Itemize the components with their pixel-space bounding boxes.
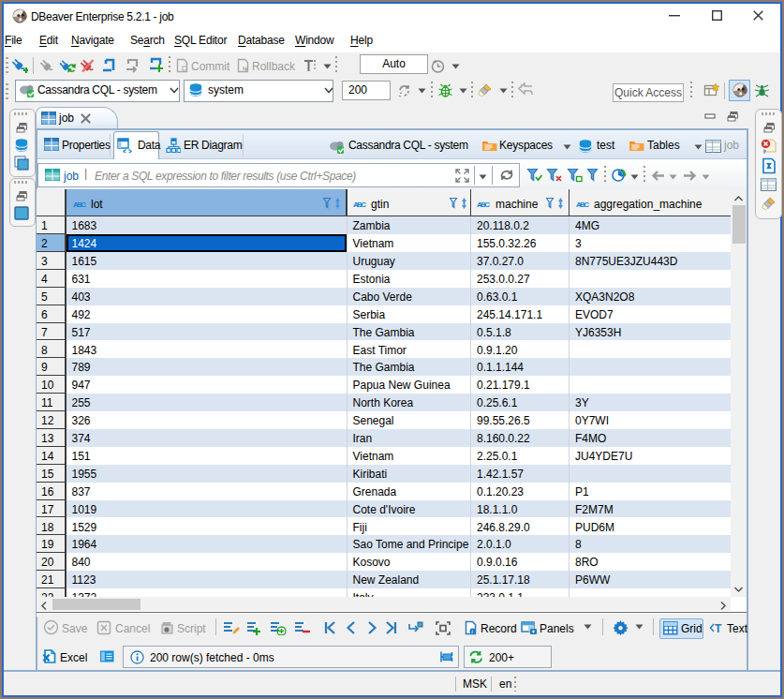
svg-text:ABC: ABC (353, 201, 366, 209)
svg-text:ABC: ABC (73, 201, 86, 209)
svg-text:ABC: ABC (576, 201, 589, 209)
svg-text:ABC: ABC (477, 201, 490, 209)
svg-text:T: T (715, 622, 722, 635)
